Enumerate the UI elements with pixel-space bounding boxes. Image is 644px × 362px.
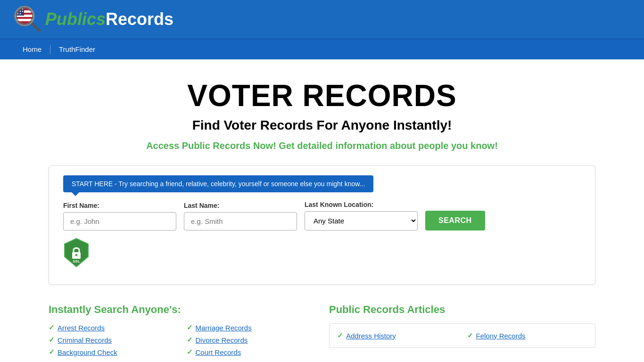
- list-item-marriage: Marriage Records: [187, 323, 315, 332]
- marriage-records-link[interactable]: Marriage Records: [196, 324, 252, 332]
- nav-home[interactable]: Home: [14, 39, 50, 60]
- main-nav: Home TruthFinder: [0, 39, 644, 59]
- instantly-search-heading: Instantly Search Anyone's:: [49, 304, 315, 316]
- nav-truthfinder[interactable]: TruthFinder: [50, 39, 104, 60]
- svg-point-12: [22, 11, 23, 12]
- svg-point-11: [20, 11, 21, 12]
- ssl-badge: SSL: [63, 237, 90, 268]
- search-hint: START HERE - Try searching a friend, rel…: [63, 175, 373, 192]
- list-item-arrest: Arrest Records: [49, 323, 177, 332]
- svg-point-13: [17, 13, 18, 14]
- search-container: START HERE - Try searching a friend, rel…: [49, 165, 595, 285]
- search-fields: First Name: Last Name: Last Known Locati…: [63, 201, 581, 230]
- articles-box: Address History Felony Records: [329, 323, 595, 348]
- list-item-background: Background Check: [49, 348, 177, 356]
- location-group: Last Known Location: Any StateAlabamaAla…: [305, 201, 418, 230]
- svg-point-14: [20, 13, 21, 14]
- address-history-link[interactable]: Address History: [346, 332, 396, 340]
- article-felony: Felony Records: [467, 331, 588, 340]
- svg-line-15: [32, 23, 40, 31]
- main-content: VOTER RECORDS Find Voter Records For Any…: [39, 59, 605, 362]
- logo-text: PublicsRecords: [45, 9, 173, 29]
- list-item-criminal: Criminal Records: [49, 336, 177, 344]
- site-header: PublicsRecords: [0, 0, 644, 39]
- page-subtitle: Find Voter Records For Anyone Instantly!: [49, 118, 595, 133]
- location-label: Last Known Location:: [305, 201, 418, 208]
- article-address-history: Address History: [337, 331, 458, 340]
- page-title: VOTER RECORDS: [49, 78, 595, 113]
- last-name-label: Last Name:: [184, 202, 297, 209]
- felony-records-link[interactable]: Felony Records: [476, 332, 526, 340]
- first-name-input[interactable]: [63, 212, 176, 230]
- list-item-divorce: Divorce Records: [187, 336, 315, 344]
- arrest-records-link[interactable]: Arrest Records: [58, 324, 105, 332]
- ssl-container: SSL: [63, 237, 581, 270]
- svg-point-19: [75, 254, 78, 256]
- last-name-input[interactable]: [184, 212, 297, 230]
- logo-publics-text: Publics: [45, 9, 106, 29]
- first-name-group: First Name:: [63, 202, 176, 230]
- state-select[interactable]: Any StateAlabamaAlaskaArizonaArkansasCal…: [305, 211, 418, 230]
- search-button[interactable]: SEARCH: [425, 211, 485, 230]
- logo-icon: [14, 6, 41, 33]
- logo[interactable]: PublicsRecords: [14, 6, 173, 33]
- articles-list: Address History Felony Records: [337, 331, 587, 340]
- articles-section: Public Records Articles Address History …: [329, 304, 595, 356]
- svg-text:SSL: SSL: [73, 259, 80, 263]
- last-name-group: Last Name:: [184, 202, 297, 230]
- court-records-link[interactable]: Court Records: [196, 348, 241, 356]
- background-check-link[interactable]: Background Check: [58, 348, 117, 356]
- bottom-sections: Instantly Search Anyone's: Arrest Record…: [49, 304, 595, 356]
- divorce-records-link[interactable]: Divorce Records: [196, 336, 248, 344]
- logo-records-text: Records: [106, 9, 173, 29]
- criminal-records-link[interactable]: Criminal Records: [58, 336, 112, 344]
- first-name-label: First Name:: [63, 202, 176, 209]
- record-list: Arrest Records Marriage Records Criminal…: [49, 323, 315, 356]
- page-tagline: Access Public Records Now! Get detailed …: [49, 140, 595, 151]
- list-item-court: Court Records: [187, 348, 315, 356]
- instantly-search-section: Instantly Search Anyone's: Arrest Record…: [49, 304, 315, 356]
- articles-heading: Public Records Articles: [329, 304, 595, 316]
